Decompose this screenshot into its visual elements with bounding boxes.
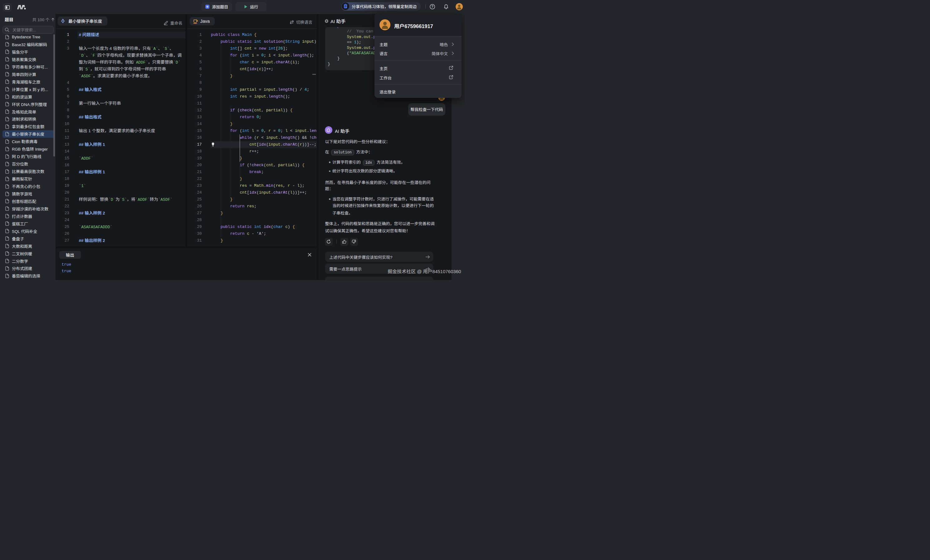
svg-text:?: ? [431, 5, 433, 8]
